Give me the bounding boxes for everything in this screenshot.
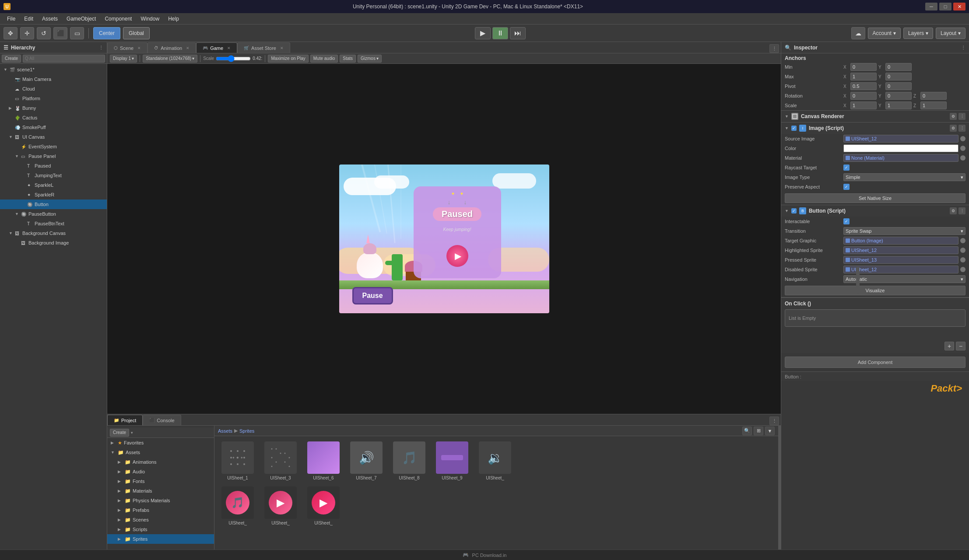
- anchor-min-y-field[interactable]: 0: [885, 63, 912, 71]
- color-picker-icon[interactable]: [960, 146, 965, 151]
- rotation-x-field[interactable]: 0: [850, 92, 877, 100]
- pivot-x-field[interactable]: 0.5: [850, 82, 877, 90]
- tab-scene[interactable]: ⬡ Scene ✕: [107, 42, 147, 53]
- tab-game[interactable]: 🎮 Game ✕: [196, 42, 237, 53]
- breadcrumb-sprites[interactable]: Sprites: [239, 428, 254, 434]
- hierarchy-item-pause-panel[interactable]: ▼ ▭ Pause Panel: [0, 151, 107, 161]
- anchor-max-x-field[interactable]: 1: [850, 73, 877, 80]
- highlighted-sprite-picker-icon[interactable]: [960, 248, 965, 253]
- material-picker-icon[interactable]: [960, 155, 965, 161]
- project-sprites-folder[interactable]: ▶ 📁 Sprites: [107, 534, 214, 544]
- tab-console[interactable]: ⬛ Console: [143, 415, 181, 425]
- menu-assets[interactable]: Assets: [39, 15, 61, 23]
- menu-component[interactable]: Component: [101, 15, 135, 23]
- asset-item-uisheet7[interactable]: 🔊 UISheet_7: [347, 440, 386, 482]
- canvas-renderer-more-icon[interactable]: ⋮: [958, 113, 965, 120]
- tab-asset-store[interactable]: 🛒 Asset Store ✕: [237, 42, 290, 53]
- scale-tool-button[interactable]: ⬛: [53, 27, 67, 39]
- pause-play-button[interactable]: [446, 245, 468, 267]
- image-type-select[interactable]: Simple ▾: [843, 173, 965, 181]
- hierarchy-item-ui-canvas[interactable]: ▼ 🖼 UI Canvas: [0, 132, 107, 142]
- project-assets-folder[interactable]: ▼ 📁 Assets: [107, 448, 214, 457]
- menu-edit[interactable]: Edit: [21, 15, 37, 23]
- hierarchy-item-pause-button[interactable]: ▼ 🔘 PauseButton: [0, 209, 107, 219]
- rotation-z-field[interactable]: 0: [920, 92, 947, 100]
- asset-item-uisheet9[interactable]: UISheet_9: [432, 440, 472, 482]
- on-click-remove-button[interactable]: −: [956, 342, 965, 350]
- disabled-sprite-value[interactable]: UISheet_12: [843, 266, 958, 273]
- hierarchy-item-bg-image[interactable]: 🖼 Background Image: [0, 238, 107, 248]
- game-tab-close[interactable]: ✕: [227, 46, 231, 50]
- center-toggle-button[interactable]: Center: [93, 27, 120, 39]
- asset-item-uisheet-r2a[interactable]: 🎵 UISheet_: [218, 485, 257, 527]
- interactable-checkbox[interactable]: ✓: [843, 218, 850, 224]
- hierarchy-item-platform[interactable]: ▭ Platform: [0, 94, 107, 103]
- asset-item-uisheet3[interactable]: UISheet_3: [261, 440, 300, 482]
- hierarchy-item-jumping-text[interactable]: T JumpingText: [0, 171, 107, 180]
- inspector-options[interactable]: ⋮: [961, 45, 965, 50]
- rotation-y-field[interactable]: 0: [885, 92, 912, 100]
- disabled-sprite-picker-icon[interactable]: [960, 267, 965, 272]
- navigation-select[interactable]: Automatic ▾: [843, 275, 965, 283]
- project-create-button[interactable]: Create: [110, 429, 129, 437]
- add-component-button[interactable]: Add Component: [785, 357, 965, 368]
- hierarchy-item-cactus[interactable]: 🌵 Cactus: [0, 113, 107, 122]
- pressed-sprite-value[interactable]: UISheet_13: [843, 256, 958, 264]
- asset-item-uisheet-last[interactable]: 🔉 UISheet_: [475, 440, 515, 482]
- pressed-sprite-picker-icon[interactable]: [960, 257, 965, 262]
- button-script-settings-icon[interactable]: ⚙: [950, 207, 957, 214]
- preserve-aspect-checkbox[interactable]: ✓: [843, 184, 850, 190]
- canvas-renderer-header[interactable]: ▼ Canvas Renderer ⚙ ⋮: [781, 111, 969, 122]
- scale-z-field[interactable]: 1: [920, 102, 947, 109]
- hierarchy-item-bunny[interactable]: ▶ 🐰 Bunny: [0, 103, 107, 113]
- animation-tab-close[interactable]: ✕: [186, 46, 190, 50]
- asset-item-uisheet1[interactable]: UISheet_1: [218, 440, 257, 482]
- account-dropdown[interactable]: Account ▾: [868, 28, 901, 39]
- tab-animation[interactable]: ⏱ Animation ✕: [147, 42, 196, 53]
- play-button[interactable]: ▶: [475, 27, 491, 39]
- asset-view-button[interactable]: ⊞: [754, 427, 763, 435]
- color-swatch[interactable]: [843, 144, 958, 152]
- center-panel-options[interactable]: ⋮: [769, 44, 779, 53]
- minimize-button[interactable]: ─: [925, 3, 937, 10]
- raycast-target-checkbox[interactable]: ✓: [843, 164, 850, 171]
- canvas-renderer-settings-icon[interactable]: ⚙: [950, 113, 957, 120]
- image-script-header[interactable]: ▼ ✓ I Image (Script) ⚙ ⋮: [781, 122, 969, 134]
- menu-window[interactable]: Window: [137, 15, 163, 23]
- pause-button[interactable]: ⏸: [492, 27, 508, 39]
- set-native-size-button[interactable]: Set Native Size: [785, 193, 965, 203]
- asset-store-tab-close[interactable]: ✕: [280, 46, 284, 50]
- project-fonts-folder[interactable]: ▶ 📁 Fonts: [107, 476, 214, 486]
- pivot-y-field[interactable]: 0: [885, 82, 912, 90]
- layout-dropdown[interactable]: Layout ▾: [936, 28, 965, 39]
- maximize-on-play-button[interactable]: Maximize on Play: [268, 55, 308, 63]
- hierarchy-item-paused[interactable]: T Paused: [0, 161, 107, 171]
- material-value[interactable]: None (Material): [843, 154, 958, 162]
- hierarchy-item-sparkle-r[interactable]: ✦ SparkleR: [0, 190, 107, 200]
- step-button[interactable]: ⏭: [510, 27, 526, 39]
- display-dropdown[interactable]: Display 1 ▾: [110, 55, 137, 63]
- hierarchy-options[interactable]: ⋮: [99, 45, 103, 50]
- scale-y-field[interactable]: 1: [885, 102, 912, 109]
- hierarchy-search-input[interactable]: [23, 55, 105, 63]
- breadcrumb-assets[interactable]: Assets: [218, 428, 232, 434]
- asset-item-uisheet6[interactable]: UISheet_6: [304, 440, 343, 482]
- resolution-dropdown[interactable]: Standalone (1024x768) ▾: [143, 55, 197, 63]
- project-animations-folder[interactable]: ▶ 📁 Animations: [107, 457, 214, 467]
- target-graphic-picker-icon[interactable]: [960, 238, 965, 243]
- project-prefabs-folder[interactable]: ▶ 📁 Prefabs: [107, 505, 214, 515]
- image-script-more-icon[interactable]: ⋮: [958, 125, 965, 132]
- game-pause-button[interactable]: Pause: [352, 287, 393, 304]
- menu-gameobject[interactable]: GameObject: [63, 15, 99, 23]
- scale-slider[interactable]: [216, 56, 251, 62]
- mute-audio-button[interactable]: Mute audio: [310, 55, 338, 63]
- menu-help[interactable]: Help: [165, 15, 183, 23]
- tab-project[interactable]: 📁 Project: [107, 415, 143, 425]
- button-script-header[interactable]: ▼ ✓ B Button (Script) ⚙ ⋮: [781, 205, 969, 217]
- transition-select[interactable]: Sprite Swap ▾: [843, 227, 965, 235]
- hierarchy-item-button[interactable]: 🔘 Button: [0, 200, 107, 209]
- project-favorites-folder[interactable]: ▶ ★ Favorites: [107, 438, 214, 448]
- hierarchy-create-button[interactable]: Create: [2, 55, 21, 63]
- hierarchy-item-sparkle-l[interactable]: ✦ SparkleL: [0, 180, 107, 190]
- target-graphic-value[interactable]: Button (Image): [843, 237, 958, 245]
